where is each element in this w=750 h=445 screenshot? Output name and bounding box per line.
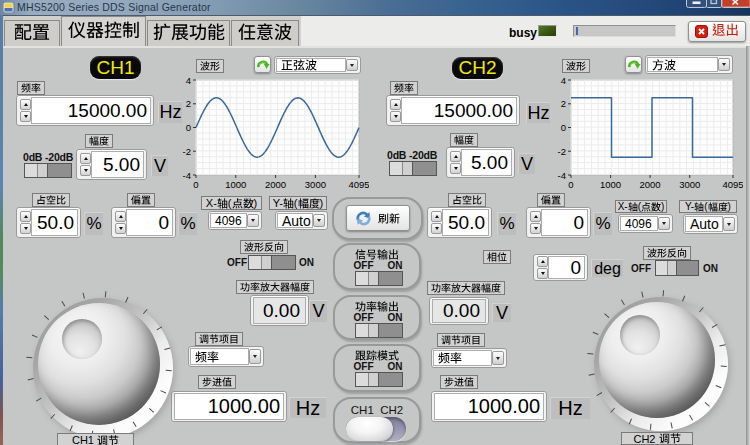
svg-text:1000: 1000 <box>225 179 246 190</box>
svg-text:-4: -4 <box>183 170 191 181</box>
svg-text:2000: 2000 <box>265 179 286 190</box>
svg-text:-4: -4 <box>558 170 566 181</box>
svg-text:2000: 2000 <box>640 179 661 190</box>
svg-text:1000: 1000 <box>600 179 621 190</box>
svg-text:3000: 3000 <box>679 179 700 190</box>
svg-text:4095: 4095 <box>348 179 369 190</box>
svg-text:4095: 4095 <box>722 179 743 190</box>
svg-text:-2: -2 <box>183 146 191 157</box>
svg-text:-2: -2 <box>558 146 566 157</box>
svg-text:2: 2 <box>561 98 566 109</box>
svg-text:4: 4 <box>186 75 191 86</box>
svg-text:0: 0 <box>561 122 566 133</box>
svg-text:0: 0 <box>193 179 198 190</box>
svg-text:0: 0 <box>568 179 573 190</box>
svg-text:4: 4 <box>561 75 566 86</box>
svg-text:0: 0 <box>186 122 191 133</box>
svg-text:2: 2 <box>186 98 191 109</box>
svg-text:3000: 3000 <box>305 179 326 190</box>
